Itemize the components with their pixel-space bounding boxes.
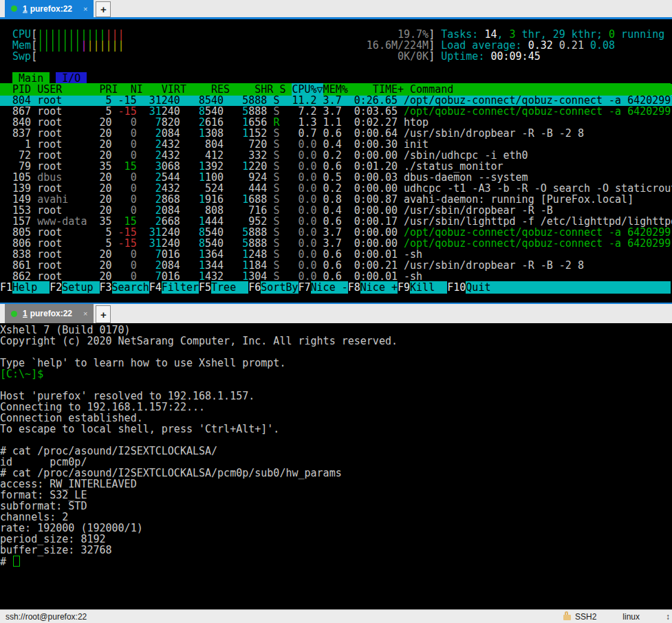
session-tabbar-top: 1 purefox:22 × + (0, 0, 672, 19)
fkey-f1-help[interactable]: Help (12, 281, 50, 294)
tab-index: 1 (23, 309, 28, 318)
protocol-label: SSH2 (575, 612, 596, 622)
fkey-f4-filter[interactable]: Filter (162, 281, 199, 294)
fkey-f5-tree[interactable]: Tree (211, 281, 248, 294)
connection-address: ssh://root@purefox:22 (6, 612, 87, 622)
terminal-line: rate: 192000 (192000/1) (0, 523, 672, 534)
terminal-line: buffer_size: 32768 (0, 545, 672, 556)
terminal-line: [C:\~]$ (0, 369, 672, 380)
process-row[interactable]: 840 root 20 0 7820 2616 1656 R 1.3 1.1 0… (0, 117, 672, 128)
mem-meter: Mem[|||||||||||||| 16.6M/224M] Load aver… (0, 40, 672, 51)
fkey-bar: F1Help F2Setup F3SearchF4FilterF5Tree F6… (0, 282, 672, 293)
terminal-line: # cat /proc/asound/I2SEXTCLOCKALSA/pcm0p… (0, 468, 672, 479)
terminal-type-label: linux (622, 612, 640, 622)
terminal-line: Type `help' to learn how to use Xshell p… (0, 358, 672, 369)
fkey-f9-kill[interactable]: Kill (410, 281, 447, 294)
process-row[interactable]: 862 root 20 0 7016 1432 1304 S 0.0 0.6 0… (0, 271, 672, 282)
terminal-line: Xshell 7 (Build 0170) (0, 325, 672, 336)
process-row[interactable]: 153 root 20 0 2084 808 716 S 0.0 0.4 0:0… (0, 205, 672, 216)
terminal-line: channels: 2 (0, 512, 672, 523)
terminal-line (0, 380, 672, 391)
process-table-header[interactable]: PID USER PRI NI VIRT RES SHR S CPU%▽MEM%… (0, 84, 672, 95)
fkey-f7-nice[interactable]: Nice - (311, 281, 348, 294)
process-row[interactable]: 157 www-data 35 15 2668 1444 952 S 0.0 0… (0, 216, 672, 227)
terminal-line: Host 'purefox' resolved to 192.168.1.157… (0, 391, 672, 402)
terminal-line: format: S32_LE (0, 490, 672, 501)
tab-index: 1 (23, 4, 28, 14)
new-tab-button[interactable]: + (96, 305, 111, 323)
resize-icon: ↕ (666, 612, 670, 622)
htop-screen-tabs: Main I/O (0, 73, 672, 84)
swp-meter: Swp[ 0K/0K] Uptime: 00:09:45 (0, 51, 672, 62)
process-row[interactable]: 139 root 20 0 2432 524 444 S 0.0 0.2 0:0… (0, 183, 672, 194)
shell-terminal-pane[interactable]: Xshell 7 (Build 0170)Copyright (c) 2020 … (0, 323, 672, 609)
tab-title: purefox:22 (30, 4, 72, 14)
connected-status-icon (11, 6, 17, 12)
spacer-line (0, 62, 672, 73)
session-tabbar-bottom: 1 purefox:22 × + (0, 303, 672, 323)
terminal-line: Connection established. (0, 413, 672, 424)
process-row[interactable]: 805 root 5 -15 31240 8540 5888 S 0.0 3.7… (0, 227, 672, 238)
terminal-line: Copyright (c) 2020 NetSarang Computer, I… (0, 336, 672, 347)
process-row[interactable]: 806 root 5 -15 31240 8540 5888 S 0.0 3.7… (0, 238, 672, 249)
lock-icon (563, 615, 571, 620)
status-bar: ssh://root@purefox:22 SSH2 linux ↕ (0, 609, 672, 623)
close-tab-icon[interactable]: × (83, 5, 87, 13)
process-row[interactable]: 105 dbus 20 0 2544 1100 924 S 0.0 0.5 0:… (0, 172, 672, 183)
process-row[interactable]: 837 root 20 0 2084 1308 1152 S 0.7 0.6 0… (0, 128, 672, 139)
process-row[interactable]: 838 root 20 0 7016 1364 1248 S 0.0 0.6 0… (0, 249, 672, 260)
terminal-line: Connecting to 192.168.1.157:22... (0, 402, 672, 413)
fkey-f8-nice[interactable]: Nice + (360, 281, 398, 294)
process-row[interactable]: 804 root 5 -15 31240 8540 5888 S 11.2 3.… (0, 95, 672, 106)
htop-terminal-pane[interactable]: CPU[|||||||||||||| 19.7%] Tasks: 14, 3 t… (0, 19, 672, 303)
fkey-f10-quit[interactable]: Quit (466, 281, 490, 294)
terminal-line: access: RW_INTERLEAVED (0, 479, 672, 490)
process-row[interactable]: 861 root 20 0 2084 1344 1184 S 0.0 0.6 0… (0, 260, 672, 271)
process-row[interactable]: 867 root 5 -15 31240 8540 5888 S 7.2 3.7… (0, 106, 672, 117)
connected-status-icon (11, 311, 17, 317)
tab-title: purefox:22 (30, 309, 72, 318)
process-row[interactable]: 79 root 35 15 3068 1392 1220 S 0.0 0.6 0… (0, 161, 672, 172)
session-tab-top[interactable]: 1 purefox:22 × (5, 0, 94, 17)
close-tab-icon[interactable]: × (83, 309, 87, 318)
terminal-line: # (0, 556, 672, 567)
fkey-f2-setup[interactable]: Setup (62, 281, 99, 294)
terminal-line: To escape to local shell, press 'Ctrl+Al… (0, 424, 672, 435)
terminal-cursor (13, 556, 20, 567)
new-tab-button[interactable]: + (96, 1, 111, 17)
process-row[interactable]: 1 root 20 0 2432 804 720 S 0.0 0.4 0:00.… (0, 139, 672, 150)
process-row[interactable]: 72 root 20 0 2432 412 332 S 0.0 0.2 0:00… (0, 150, 672, 161)
process-row[interactable]: 149 avahi 20 0 2868 1916 1688 S 0.0 0.8 … (0, 194, 672, 205)
terminal-line: subformat: STD (0, 501, 672, 512)
fkey-f3-search[interactable]: Search (112, 281, 149, 294)
fkey-f6-sortby[interactable]: SortBy (261, 281, 298, 294)
terminal-line: period_size: 8192 (0, 534, 672, 545)
terminal-line: id pcm0p/ (0, 457, 672, 468)
session-tab-bottom[interactable]: 1 purefox:22 × (5, 304, 94, 323)
cpu-meter: CPU[|||||||||||||| 19.7%] Tasks: 14, 3 t… (0, 29, 672, 40)
terminal-line (0, 435, 672, 446)
terminal-line (0, 347, 672, 358)
terminal-line: # cat /proc/asound/I2SEXTCLOCKALSA/ (0, 446, 672, 457)
